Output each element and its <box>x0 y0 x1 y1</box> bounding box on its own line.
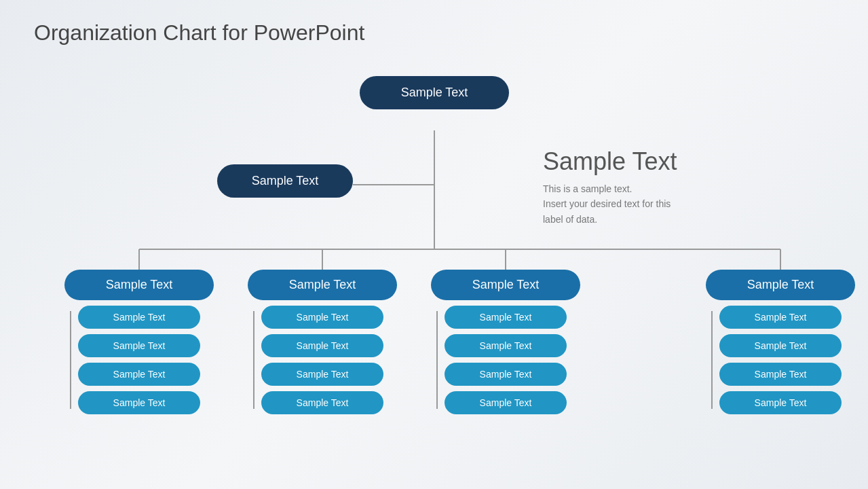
annotation-line1: This is a sample text. <box>543 183 633 194</box>
col3-item-2: Sample Text <box>445 334 567 357</box>
annotation-description: This is a sample text. Insert your desir… <box>543 181 677 227</box>
col2-item-4: Sample Text <box>261 391 383 414</box>
second-node-label: Sample Text <box>217 164 353 198</box>
page-title: Organization Chart for PowerPoint <box>34 20 834 46</box>
root-node-label: Sample Text <box>360 76 509 109</box>
col4-items: Sample Text Sample Text Sample Text Samp… <box>706 306 855 414</box>
col4-item-2: Sample Text <box>719 334 842 357</box>
col4-header: Sample Text <box>706 270 855 300</box>
col3-items: Sample Text Sample Text Sample Text Samp… <box>431 306 580 414</box>
second-node: Sample Text <box>217 164 353 198</box>
col2-items: Sample Text Sample Text Sample Text Samp… <box>248 306 397 414</box>
column-4: Sample Text Sample Text Sample Text Samp… <box>706 270 855 414</box>
col3-item-3: Sample Text <box>445 363 567 386</box>
col1-item-2: Sample Text <box>78 334 200 357</box>
col1-item-4: Sample Text <box>78 391 200 414</box>
root-node: Sample Text <box>360 76 509 109</box>
col1-item-3: Sample Text <box>78 363 200 386</box>
slide: Organization Chart for PowerPoint Sample… <box>0 0 868 489</box>
column-3: Sample Text Sample Text Sample Text Samp… <box>431 270 580 414</box>
annotation-box: Sample Text This is a sample text. Inser… <box>543 147 677 227</box>
column-1: Sample Text Sample Text Sample Text Samp… <box>64 270 214 414</box>
column-2: Sample Text Sample Text Sample Text Samp… <box>248 270 397 414</box>
col2-item-1: Sample Text <box>261 306 383 329</box>
col2-header: Sample Text <box>248 270 397 300</box>
col4-item-3: Sample Text <box>719 363 842 386</box>
col1-header: Sample Text <box>64 270 214 300</box>
annotation-line3: label of data. <box>543 214 597 225</box>
annotation-title: Sample Text <box>543 147 677 176</box>
col4-item-4: Sample Text <box>719 391 842 414</box>
col1-item-1: Sample Text <box>78 306 200 329</box>
col3-header: Sample Text <box>431 270 580 300</box>
col1-items: Sample Text Sample Text Sample Text Samp… <box>64 306 214 414</box>
col3-item-1: Sample Text <box>445 306 567 329</box>
col2-item-2: Sample Text <box>261 334 383 357</box>
col4-item-1: Sample Text <box>719 306 842 329</box>
col3-item-4: Sample Text <box>445 391 567 414</box>
col2-item-3: Sample Text <box>261 363 383 386</box>
annotation-line2: Insert your desired text for this <box>543 198 671 209</box>
